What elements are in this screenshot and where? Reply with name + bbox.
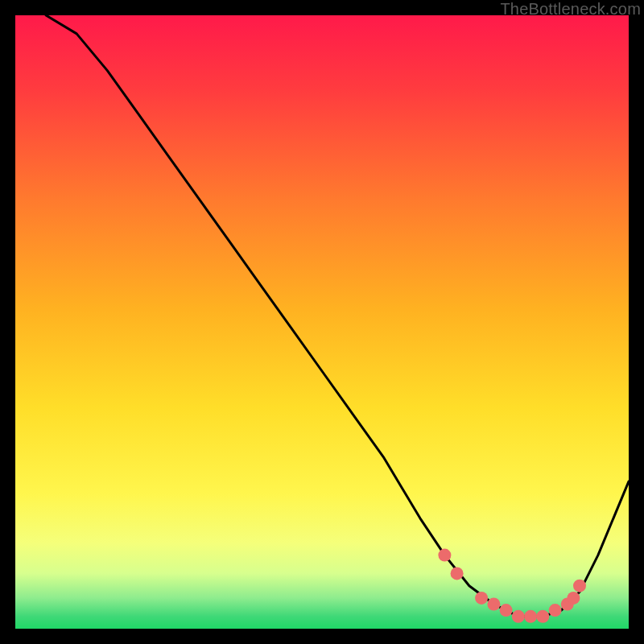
curve-marker bbox=[451, 567, 464, 580]
attribution-label: TheBottleneck.com bbox=[500, 0, 644, 19]
gradient-background bbox=[15, 15, 629, 629]
curve-marker bbox=[524, 610, 537, 623]
chart-frame bbox=[15, 15, 629, 629]
curve-marker bbox=[438, 549, 451, 562]
curve-marker bbox=[567, 592, 580, 605]
curve-marker bbox=[487, 598, 500, 611]
curve-marker bbox=[536, 610, 549, 623]
curve-marker bbox=[475, 592, 488, 605]
chart-plot bbox=[15, 15, 629, 629]
curve-marker bbox=[512, 610, 525, 623]
curve-marker bbox=[549, 604, 562, 617]
curve-marker bbox=[573, 580, 586, 592]
curve-marker bbox=[500, 604, 513, 617]
